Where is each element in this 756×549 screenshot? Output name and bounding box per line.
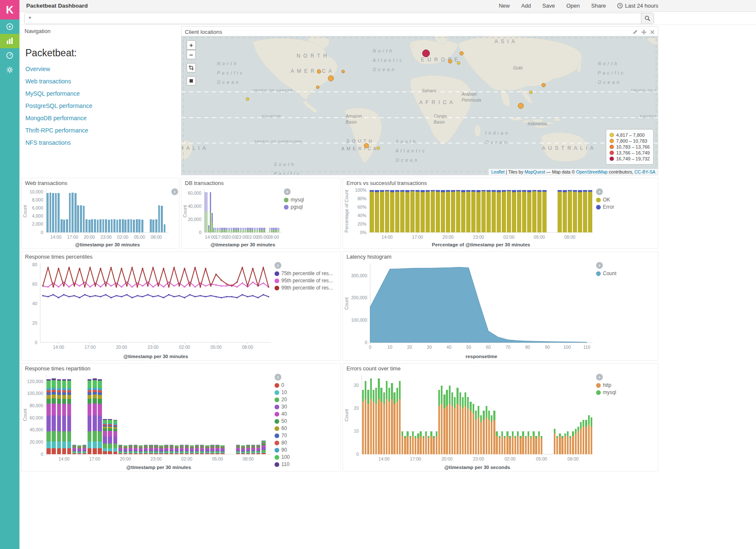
search-button[interactable] [641, 13, 654, 24]
svg-text:6,000: 6,000 [32, 205, 43, 210]
legend-item[interactable]: OK [596, 197, 658, 203]
nav-link-postgresql-performance[interactable]: PostgreSQL performance [25, 102, 179, 109]
legend-item[interactable]: 75th percentile of res... [275, 270, 341, 276]
nav-link-thrift-rpc-performance[interactable]: Thrift-RPC performance [25, 127, 179, 134]
svg-text:0: 0 [356, 452, 359, 457]
legend-item[interactable]: 60 [275, 425, 341, 431]
legend-item[interactable]: Error [596, 204, 658, 210]
menu-item-share[interactable]: Share [591, 3, 606, 9]
legend-item[interactable]: 20 [275, 397, 341, 403]
map-marker[interactable] [377, 146, 380, 150]
menu-item-save[interactable]: Save [542, 3, 555, 9]
kibana-logo[interactable]: K [0, 0, 19, 19]
map-marker[interactable] [518, 103, 524, 109]
legend-toggle-icon[interactable]: › [596, 262, 603, 269]
legend-item[interactable]: 110 [275, 461, 341, 467]
world-map[interactable]: A S I AN O R T HA M E R I C AE U R O P E… [181, 36, 658, 175]
map-marker[interactable] [542, 83, 546, 87]
legend-toggle-icon[interactable]: › [596, 188, 603, 195]
map-marker[interactable] [316, 86, 319, 89]
attribution-link[interactable]: MapQuest [525, 169, 545, 174]
latency-histogram-chart[interactable]: 0100,000200,000300,000Countresponsetime0… [343, 260, 595, 360]
legend-item[interactable]: 80 [275, 440, 341, 446]
legend-item[interactable]: 30 [275, 404, 341, 410]
settings-icon[interactable] [0, 63, 19, 77]
errors-count-over-time-chart[interactable]: 0102030Count@timestamp per 30 seconds14:… [343, 372, 595, 471]
map-marker[interactable] [328, 75, 334, 81]
web-transactions-chart[interactable]: 02,0004,0006,0008,00010,000Count@timesta… [22, 187, 170, 248]
search-input[interactable] [25, 13, 641, 24]
response-times-repartition-chart[interactable]: 020,00040,00060,00080,000100,000120,000C… [22, 372, 274, 471]
map-marker[interactable] [364, 143, 369, 148]
svg-text:0: 0 [369, 345, 371, 350]
crop-selection-button[interactable] [187, 63, 196, 72]
svg-text:40: 40 [446, 345, 451, 350]
menu-item-new[interactable]: New [499, 3, 510, 9]
map-marker[interactable] [317, 69, 321, 74]
nav-link-web-transactions[interactable]: Web transactions [25, 78, 179, 85]
svg-text:17:00: 17:00 [85, 345, 96, 350]
legend-item[interactable]: 99th percentile of res... [275, 285, 341, 291]
db-transactions-chart[interactable]: 020,00040,00060,000Count@timestamp per 3… [181, 187, 283, 248]
map-marker[interactable] [341, 70, 345, 73]
nav-link-nfs-transactions[interactable]: NFS transactions [25, 139, 179, 146]
svg-text:Count: Count [22, 205, 27, 217]
zoom-in-button[interactable]: + [187, 40, 196, 50]
map-marker[interactable] [459, 51, 464, 55]
svg-text:02:00: 02:00 [503, 234, 514, 240]
attribution-link[interactable]: OpenStreetMap [576, 169, 608, 174]
legend-item[interactable]: 90 [275, 447, 341, 453]
errors-vs-successful-chart[interactable]: 0%20%40%60%80%100%Percentage of CountPer… [343, 187, 595, 248]
legend-item[interactable]: Count [596, 270, 658, 276]
zoom-out-button[interactable]: − [187, 50, 196, 59]
legend-toggle-icon[interactable]: › [275, 262, 281, 269]
menu-item-open[interactable]: Open [566, 3, 580, 9]
svg-text:02:00: 02:00 [181, 456, 192, 461]
svg-text:23:00: 23:00 [148, 345, 159, 350]
map-marker[interactable] [448, 59, 452, 63]
svg-text:20: 20 [407, 345, 412, 350]
legend-item[interactable]: 40 [275, 411, 341, 417]
move-panel-icon[interactable] [641, 30, 646, 35]
legend-item[interactable]: 70 [275, 433, 341, 439]
svg-text:14:00: 14:00 [379, 456, 390, 461]
top-header: Packetbeat Dashboard NewAddSaveOpenShare… [19, 0, 756, 12]
edit-panel-icon[interactable] [633, 30, 638, 34]
close-panel-icon[interactable] [650, 30, 654, 34]
legend-item[interactable]: mysql [284, 197, 341, 203]
draw-extent-button[interactable] [187, 76, 196, 86]
nav-link-mongodb-performance[interactable]: MongoDB performance [25, 115, 179, 121]
discover-icon[interactable] [0, 19, 19, 34]
legend-item[interactable]: 95th percentile of res... [275, 278, 341, 284]
legend-item[interactable]: pgsql [284, 204, 341, 210]
legend-item[interactable]: 50 [275, 418, 341, 424]
legend-toggle-icon[interactable]: › [284, 188, 291, 195]
legend-item[interactable]: mysql [596, 389, 658, 395]
attribution-link[interactable]: CC-BY-SA [635, 169, 655, 174]
time-picker-button[interactable]: Last 24 hours [617, 3, 658, 9]
svg-text:17:00: 17:00 [67, 234, 78, 240]
legend-item[interactable]: 100 [275, 454, 341, 460]
visualize-icon[interactable] [0, 34, 19, 48]
map-marker[interactable] [246, 97, 249, 101]
map-marker[interactable] [457, 61, 460, 65]
legend-toggle-icon[interactable]: › [596, 374, 603, 381]
legend-item[interactable]: 10 [275, 389, 341, 395]
legend-item[interactable]: http [596, 382, 658, 388]
nav-link-overview[interactable]: Overview [25, 66, 179, 72]
map-marker[interactable] [422, 50, 430, 57]
legend-toggle-icon[interactable]: ‹ [171, 188, 178, 195]
chart-legend: ›75th percentile of res...95th percentil… [274, 260, 341, 292]
svg-text:23:00: 23:00 [151, 456, 162, 461]
nav-link-mysql-performance[interactable]: MySQL performance [25, 90, 179, 97]
dashboard-icon[interactable] [0, 48, 19, 63]
legend-toggle-icon[interactable]: › [275, 374, 281, 381]
menu-item-add[interactable]: Add [521, 3, 531, 9]
map-marker[interactable] [529, 91, 533, 94]
response-times-percentiles-chart[interactable]: 020406080@timestamp per 30 minutes14:001… [22, 260, 274, 360]
attribution-link[interactable]: Leaflet [491, 169, 505, 174]
chart-legend: ›Count [595, 260, 658, 278]
square-icon [189, 78, 194, 83]
svg-text:0%: 0% [360, 230, 366, 235]
legend-item[interactable]: 0 [275, 382, 341, 388]
